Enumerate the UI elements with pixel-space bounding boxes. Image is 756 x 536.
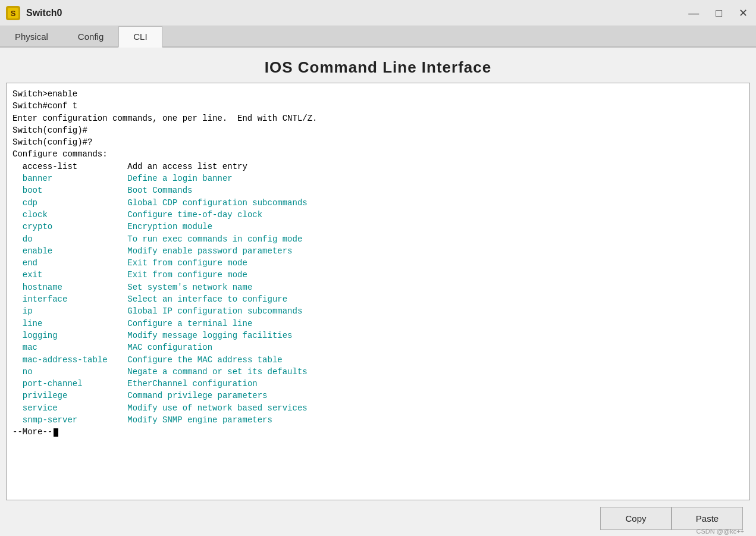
cli-output: Switch>enable Switch#conf t Enter config… bbox=[12, 88, 744, 438]
page-title: IOS Command Line Interface bbox=[265, 48, 491, 83]
minimize-button[interactable]: — bbox=[685, 7, 702, 20]
main-content: IOS Command Line Interface Switch>enable… bbox=[0, 48, 756, 536]
watermark: CSDN @@kc++ bbox=[697, 528, 744, 535]
window-title: Switch0 bbox=[26, 8, 62, 18]
tab-bar: Physical Config CLI bbox=[0, 26, 756, 48]
tab-cli[interactable]: CLI bbox=[118, 26, 162, 48]
tab-physical[interactable]: Physical bbox=[0, 26, 63, 46]
cli-terminal[interactable]: Switch>enable Switch#conf t Enter config… bbox=[6, 83, 750, 500]
maximize-button[interactable]: □ bbox=[712, 7, 726, 20]
bottom-bar: Copy Paste CSDN @@kc++ bbox=[6, 500, 750, 536]
title-bar: S Switch0 — □ ✕ bbox=[0, 0, 756, 26]
close-button[interactable]: ✕ bbox=[735, 7, 751, 20]
title-bar-left: S Switch0 bbox=[5, 5, 62, 21]
copy-button[interactable]: Copy bbox=[600, 507, 672, 530]
app-icon: S bbox=[5, 5, 21, 21]
paste-button[interactable]: Paste bbox=[672, 507, 743, 530]
tab-config[interactable]: Config bbox=[63, 26, 118, 46]
cli-wrapper: Switch>enable Switch#conf t Enter config… bbox=[6, 83, 750, 536]
svg-text:S: S bbox=[11, 9, 16, 18]
title-bar-controls: — □ ✕ bbox=[685, 7, 751, 20]
